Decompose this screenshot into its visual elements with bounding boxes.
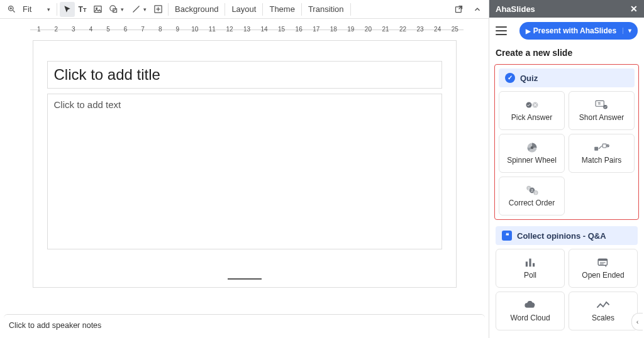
- scales-icon: [596, 300, 610, 311]
- sidebar-title: AhaSlides: [496, 4, 630, 14]
- theme-button[interactable]: Theme: [265, 2, 298, 17]
- theme-label: Theme: [269, 4, 294, 14]
- sidebar-header: AhaSlides ✕: [489, 0, 644, 18]
- ruler-tick: 24: [434, 26, 441, 33]
- speaker-notes[interactable]: Click to add speaker notes: [4, 314, 485, 338]
- open-ended-card[interactable]: Open Ended: [569, 249, 638, 288]
- menu-icon[interactable]: [496, 23, 512, 39]
- close-icon[interactable]: ✕: [630, 4, 638, 14]
- ruler-tick: 5: [106, 26, 110, 33]
- body-placeholder[interactable]: Click to add text: [47, 94, 442, 249]
- shape-tool[interactable]: ▾: [105, 2, 128, 17]
- separator: [225, 3, 225, 16]
- spinner-wheel-card[interactable]: Spinner Wheel: [499, 134, 565, 173]
- title-placeholder[interactable]: Click to add title: [47, 61, 442, 89]
- layout-button[interactable]: Layout: [228, 2, 260, 17]
- ruler-tick: 8: [158, 26, 162, 33]
- opinions-section-head[interactable]: ❝ Collect opinions - Q&A: [496, 226, 638, 245]
- title-placeholder-text: Click to add title: [54, 66, 160, 84]
- zoom-select[interactable]: Fit ▾: [19, 2, 54, 17]
- ruler-tick: 6: [124, 26, 128, 33]
- zoom-label: Fit: [23, 4, 31, 14]
- match-pairs-card[interactable]: Match Pairs: [569, 134, 635, 173]
- correct-order-card[interactable]: 123Correct Order: [499, 177, 565, 215]
- scales-card[interactable]: Scales: [569, 292, 638, 330]
- spinner-wheel-icon: [526, 142, 538, 153]
- card-label: Match Pairs: [582, 156, 621, 165]
- word-cloud-card[interactable]: Word Cloud: [496, 292, 565, 330]
- ahaslides-sidebar: AhaSlides ✕ ▶ Present with AhaSlides ▼ C…: [489, 0, 644, 338]
- open-in-new-icon[interactable]: [451, 2, 466, 17]
- separator: [57, 3, 57, 16]
- svg-point-23: [530, 146, 533, 150]
- transition-button[interactable]: Transition: [304, 2, 348, 17]
- zoom-in-icon[interactable]: [4, 2, 19, 17]
- separator: [168, 3, 169, 16]
- pick-answer-card[interactable]: Pick Answer: [499, 91, 565, 130]
- separator: [262, 3, 263, 16]
- opinions-section: ❝ Collect opinions - Q&A PollOpen EndedW…: [494, 226, 639, 330]
- collapse-toolbar-icon[interactable]: [470, 2, 485, 17]
- card-label: Correct Order: [509, 199, 555, 207]
- chevron-down-icon: ▾: [121, 6, 124, 13]
- background-button[interactable]: Background: [171, 2, 222, 17]
- speaker-notes-placeholder: Click to add speaker notes: [9, 321, 101, 330]
- expand-panel-icon[interactable]: ‹: [631, 313, 643, 330]
- svg-text:T: T: [597, 102, 600, 106]
- ruler-tick: 22: [399, 26, 406, 33]
- word-cloud-icon: [523, 300, 537, 311]
- card-label: Short Answer: [579, 113, 624, 122]
- check-icon: ✓: [505, 73, 515, 83]
- ruler-tick: 7: [141, 26, 145, 33]
- background-label: Background: [175, 4, 218, 14]
- correct-order-icon: 123: [525, 185, 539, 196]
- toolbar: Fit ▾ TT ▾ ▾: [0, 0, 489, 19]
- ruler-tick: 15: [278, 26, 285, 33]
- ruler-tick: 3: [72, 26, 75, 33]
- short-answer-card[interactable]: TShort Answer: [569, 91, 635, 130]
- card-label: Open Ended: [582, 271, 624, 280]
- slide[interactable]: Click to add title Click to add text: [33, 40, 457, 288]
- sidebar-toolbar: ▶ Present with AhaSlides ▼: [489, 18, 644, 44]
- svg-text:2: 2: [531, 188, 533, 192]
- quiz-title: Quiz: [520, 74, 538, 83]
- open-ended-icon: [597, 257, 609, 268]
- line-tool[interactable]: ▾: [128, 2, 150, 17]
- separator: [301, 3, 302, 16]
- ruler: 1234567891011121314151617181920212223242…: [0, 19, 489, 33]
- ruler-tick: 12: [226, 26, 233, 33]
- svg-rect-34: [529, 259, 531, 267]
- play-icon: ▶: [526, 28, 531, 35]
- chevron-down-icon: ▼: [623, 28, 633, 34]
- slide-canvas: Click to add title Click to add text: [0, 33, 489, 314]
- ruler-tick: 11: [209, 26, 216, 33]
- ruler-tick: 16: [296, 26, 303, 33]
- svg-rect-33: [526, 261, 528, 266]
- ruler-tick: 17: [313, 26, 319, 33]
- create-slide-heading: Create a new slide: [494, 44, 639, 64]
- text-box-tool[interactable]: TT: [75, 2, 90, 17]
- image-tool[interactable]: [90, 2, 105, 17]
- card-label: Spinner Wheel: [507, 156, 557, 165]
- quiz-section: ✓ Quiz Pick AnswerTShort AnswerSpinner W…: [494, 64, 639, 220]
- present-button[interactable]: ▶ Present with AhaSlides ▼: [519, 22, 638, 40]
- quiz-section-head[interactable]: ✓ Quiz: [499, 68, 635, 87]
- slide-number-placeholder: [228, 278, 262, 280]
- poll-card[interactable]: Poll: [496, 249, 565, 288]
- chat-icon: ❝: [502, 231, 512, 241]
- ruler-tick: 1: [37, 26, 41, 33]
- ruler-tick: 19: [347, 26, 354, 33]
- select-tool[interactable]: [60, 2, 75, 17]
- card-label: Word Cloud: [510, 313, 550, 322]
- match-pairs-icon: [594, 142, 610, 153]
- ruler-tick: 14: [260, 26, 267, 33]
- transition-label: Transition: [308, 4, 344, 14]
- opinions-title: Collect opinions - Q&A: [517, 231, 606, 241]
- chevron-down-icon: ▾: [47, 6, 50, 13]
- svg-point-5: [96, 8, 97, 9]
- ruler-tick: 23: [417, 26, 424, 33]
- ruler-tick: 20: [365, 26, 372, 33]
- svg-rect-35: [533, 263, 535, 267]
- svg-text:3: 3: [535, 191, 536, 195]
- comment-tool[interactable]: [150, 2, 165, 17]
